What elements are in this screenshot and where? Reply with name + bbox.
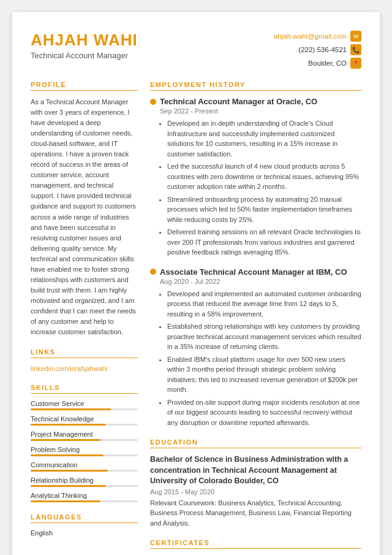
education-block: Bachelor of Science in Business Administ… bbox=[150, 454, 361, 528]
employment-section-title: EMPLOYMENT HISTORY bbox=[150, 81, 361, 91]
edu-degree: Bachelor of Science in Business Administ… bbox=[150, 454, 361, 487]
profile-section-title: PROFILE bbox=[31, 81, 138, 91]
candidate-name: AHJAH WAHI bbox=[31, 31, 138, 50]
education-section-title: EDUCATION bbox=[150, 438, 361, 448]
skill-bar-fill bbox=[31, 470, 108, 472]
job-title: Technical Account Manager at Oracle, CO bbox=[150, 97, 361, 106]
skill-name: Relationship Building bbox=[31, 477, 138, 484]
skill-name: Problem Solving bbox=[31, 446, 138, 453]
email-link[interactable]: ahjah.wahi@gmail.com bbox=[274, 33, 347, 40]
job-bullet: Streamlined onboarding process by automa… bbox=[167, 194, 361, 225]
skills-list: Customer Service Technical Knowledge Pro… bbox=[31, 400, 138, 502]
linkedin-link[interactable]: linkedin.com/in/ahjahwahi bbox=[31, 365, 107, 372]
skill-bar-bg bbox=[31, 500, 138, 502]
profile-text: As a Technical Account Manager with over… bbox=[31, 97, 138, 337]
skills-section-title: SKILLS bbox=[31, 384, 138, 394]
phone-contact: (222) 536-4521 📞 bbox=[274, 44, 361, 55]
skill-bar-bg bbox=[31, 439, 138, 441]
job-title: Associate Technical Account Manager at I… bbox=[150, 267, 361, 277]
skill-item: Communication bbox=[31, 461, 138, 472]
phone-text: (222) 536-4521 bbox=[298, 46, 347, 53]
languages-section-title: LANGUAGES bbox=[31, 513, 138, 523]
email-icon: ✉ bbox=[350, 31, 361, 42]
jobs-list: Technical Account Manager at Oracle, CO … bbox=[150, 97, 361, 427]
job-bullet: Established strong relationships with ke… bbox=[167, 321, 361, 352]
skill-bar-fill bbox=[31, 424, 106, 426]
skill-item: Analytical Thinking bbox=[31, 492, 138, 502]
job-title-text: Technical Account Manager at Oracle, CO bbox=[160, 97, 317, 106]
job-bullet: Developed an in-depth understanding of O… bbox=[167, 118, 361, 159]
skill-item: Relationship Building bbox=[31, 477, 138, 487]
location-contact: Boulder, CO 📍 bbox=[274, 58, 361, 69]
skill-bar-fill bbox=[31, 485, 106, 487]
job-bullets-list: Developed and implemented an automated c… bbox=[160, 289, 361, 428]
edu-desc: Relevant Coursework: Business Analytics,… bbox=[150, 498, 361, 529]
skill-name: Customer Service bbox=[31, 400, 138, 407]
job-dot-icon bbox=[150, 269, 156, 275]
email-contact: ahjah.wahi@gmail.com ✉ bbox=[274, 31, 361, 42]
header: AHJAH WAHI Technical Account Manager ahj… bbox=[31, 31, 361, 69]
location-text: Boulder, CO bbox=[308, 59, 347, 67]
location-icon: 📍 bbox=[350, 58, 361, 69]
skill-name: Technical Knowledge bbox=[31, 415, 138, 423]
skill-bar-fill bbox=[31, 439, 100, 441]
skill-name: Analytical Thinking bbox=[31, 492, 138, 499]
skill-item: Problem Solving bbox=[31, 446, 138, 456]
certificates-section-title: CERTIFICATES bbox=[150, 539, 361, 549]
header-right: ahjah.wahi@gmail.com ✉ (222) 536-4521 📞 … bbox=[274, 31, 361, 69]
job-date: Aug 2020 - Jul 2022 bbox=[160, 278, 361, 285]
skill-bar-bg bbox=[31, 454, 138, 456]
job-bullet: Led the successful launch of 4 new cloud… bbox=[167, 161, 361, 192]
skill-bar-bg bbox=[31, 470, 138, 472]
skill-item: Customer Service bbox=[31, 400, 138, 410]
job-dot-icon bbox=[150, 99, 156, 105]
job-bullets-list: Developed an in-depth understanding of O… bbox=[160, 118, 361, 258]
job-item: Technical Account Manager at Oracle, CO … bbox=[150, 97, 361, 258]
skill-bar-bg bbox=[31, 408, 138, 410]
left-column: PROFILE As a Technical Account Manager w… bbox=[31, 81, 138, 555]
skill-bar-fill bbox=[31, 500, 100, 502]
skill-name: Project Management bbox=[31, 431, 138, 438]
header-left: AHJAH WAHI Technical Account Manager bbox=[31, 31, 138, 60]
language-item: English bbox=[31, 529, 138, 537]
skill-bar-fill bbox=[31, 408, 111, 410]
body: PROFILE As a Technical Account Manager w… bbox=[31, 81, 361, 555]
job-item: Associate Technical Account Manager at I… bbox=[150, 267, 361, 428]
resume-container: AHJAH WAHI Technical Account Manager ahj… bbox=[12, 12, 380, 555]
skill-bar-bg bbox=[31, 485, 138, 487]
right-column: EMPLOYMENT HISTORY Technical Account Man… bbox=[150, 81, 361, 555]
skill-bar-fill bbox=[31, 454, 104, 456]
phone-icon: 📞 bbox=[350, 44, 361, 55]
skill-item: Project Management bbox=[31, 431, 138, 441]
languages-list: English bbox=[31, 529, 138, 537]
skill-item: Technical Knowledge bbox=[31, 415, 138, 426]
job-bullet: Provided on-site support during major in… bbox=[167, 397, 361, 428]
job-title-text: Associate Technical Account Manager at I… bbox=[160, 267, 347, 277]
skill-name: Communication bbox=[31, 461, 138, 469]
links-section-title: LINKS bbox=[31, 348, 138, 358]
job-bullet: Delivered training sessions on all relev… bbox=[167, 227, 361, 258]
linkedin-link-item: linkedin.com/in/ahjahwahi bbox=[31, 364, 138, 373]
skill-bar-bg bbox=[31, 424, 138, 426]
job-date: Sep 2022 - Present bbox=[160, 107, 361, 115]
edu-date: Aug 2015 - May 2020 bbox=[150, 488, 361, 496]
job-bullet: Developed and implemented an automated c… bbox=[167, 289, 361, 320]
candidate-title: Technical Account Manager bbox=[31, 51, 138, 60]
job-bullet: Enabled IBM's cloud platform usage for o… bbox=[167, 354, 361, 395]
